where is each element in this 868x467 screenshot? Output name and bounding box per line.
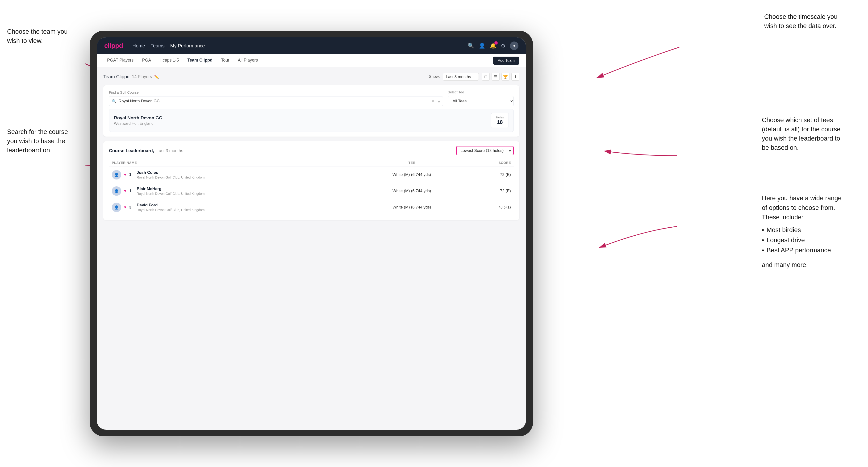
nav-my-performance[interactable]: My Performance bbox=[170, 43, 205, 49]
player-tee-1: White (M) (6,744 yds) bbox=[356, 167, 467, 183]
nav-icons: 🔍 👤 🔔 1 ⊙ ● bbox=[468, 41, 519, 50]
search-filter-row: Find a Golf Course 🔍 ✕ ★ Select Tee All … bbox=[109, 90, 514, 106]
player-heart-3[interactable]: ♥ bbox=[124, 205, 126, 210]
clear-search-icon[interactable]: ✕ bbox=[431, 99, 434, 103]
edit-team-icon[interactable]: ✏️ bbox=[154, 74, 159, 79]
add-team-button[interactable]: Add Team bbox=[493, 57, 519, 65]
player-score-3: 73 (+1) bbox=[467, 199, 514, 216]
col-tee: TEE bbox=[356, 159, 467, 167]
tee-select[interactable]: All Tees bbox=[448, 96, 514, 106]
trophy-view-button[interactable]: 🏆 bbox=[501, 73, 509, 81]
player-name-1: Josh Coles Royal North Devon Golf Club, … bbox=[137, 170, 205, 179]
search-filter-card: Find a Golf Course 🔍 ✕ ★ Select Tee All … bbox=[103, 85, 519, 136]
score-value-1: 72 (E) bbox=[500, 173, 511, 177]
leaderboard-subtitle: Last 3 months bbox=[157, 148, 183, 153]
annotation-left-search-text: Search for the course you wish to base t… bbox=[7, 128, 68, 154]
player-club-1: Royal North Devon Golf Club, United King… bbox=[137, 176, 205, 179]
list-view-button[interactable]: ☰ bbox=[492, 73, 500, 81]
avatar-button[interactable]: ● bbox=[510, 41, 519, 50]
view-icons: ⊞ ☰ 🏆 ⬇ bbox=[482, 73, 519, 81]
show-select[interactable]: Last 3 months bbox=[443, 73, 479, 81]
main-content: Team Clippd 14 Players ✏️ Show: Last 3 m… bbox=[97, 67, 526, 226]
table-row: 👤 ♥ 1 Blair McHarg Royal North Devon Gol… bbox=[109, 183, 514, 199]
star-course-icon[interactable]: ★ bbox=[437, 99, 441, 103]
person-nav-icon[interactable]: 👤 bbox=[479, 43, 485, 49]
tab-team-clippd[interactable]: Team Clippd bbox=[184, 56, 216, 65]
annotation-bullets: Most birdies Longest drive Best APP perf… bbox=[762, 225, 861, 256]
player-heart-2[interactable]: ♥ bbox=[124, 189, 126, 193]
player-cell-2: 👤 ♥ 1 Blair McHarg Royal North Devon Gol… bbox=[109, 183, 356, 199]
annotation-right-options: Here you have a wide range of options to… bbox=[762, 193, 861, 270]
player-avatar-2: 👤 bbox=[112, 186, 121, 196]
tablet-device: clippd Home Teams My Performance 🔍 👤 🔔 1… bbox=[90, 31, 533, 436]
leaderboard-tbody: 👤 ♥ 1 Josh Coles Royal North Devon Golf … bbox=[109, 167, 514, 216]
table-row: 👤 ♥ 1 Josh Coles Royal North Devon Golf … bbox=[109, 167, 514, 183]
team-header: Team Clippd 14 Players ✏️ Show: Last 3 m… bbox=[103, 73, 519, 81]
sub-nav: PGAT Players PGA Hcaps 1-5 Team Clippd T… bbox=[97, 54, 526, 67]
player-club-3: Royal North Devon Golf Club, United King… bbox=[137, 208, 205, 212]
annotation-right-timescale: Choose the timescale you wish to see the… bbox=[764, 12, 854, 31]
player-avatar-3: 👤 bbox=[112, 203, 121, 212]
tab-pga[interactable]: PGA bbox=[138, 56, 155, 65]
leaderboard-header: Course Leaderboard, Last 3 months Lowest… bbox=[109, 146, 514, 155]
player-cell-1: 👤 ♥ 1 Josh Coles Royal North Devon Golf … bbox=[109, 167, 356, 183]
player-rank-3: 3 bbox=[129, 205, 134, 210]
nav-teams[interactable]: Teams bbox=[151, 43, 165, 49]
player-tee-2: White (M) (6,744 yds) bbox=[356, 183, 467, 199]
tab-all-players[interactable]: All Players bbox=[234, 56, 261, 65]
tee-section: Select Tee All Tees bbox=[448, 90, 514, 106]
app-logo: clippd bbox=[104, 42, 123, 50]
player-score-1: 72 (E) bbox=[467, 167, 514, 183]
tab-tour[interactable]: Tour bbox=[217, 56, 233, 65]
bullet-birdies: Most birdies bbox=[762, 225, 861, 235]
search-icon: 🔍 bbox=[112, 99, 117, 103]
player-info-2: 👤 ♥ 1 Blair McHarg Royal North Devon Gol… bbox=[112, 186, 353, 196]
nav-home[interactable]: Home bbox=[132, 43, 145, 49]
tab-hcaps[interactable]: Hcaps 1-5 bbox=[156, 56, 183, 65]
course-search-wrap: 🔍 ✕ ★ bbox=[109, 96, 443, 106]
col-score: SCORE bbox=[467, 159, 514, 167]
course-search-input[interactable] bbox=[109, 96, 443, 106]
player-club-2: Royal North Devon Golf Club, United King… bbox=[137, 192, 205, 195]
leaderboard-card: Course Leaderboard, Last 3 months Lowest… bbox=[103, 141, 519, 220]
holes-box: Holes 18 bbox=[491, 113, 509, 128]
player-name-text-3: David Ford bbox=[137, 203, 205, 208]
course-search-label: Find a Golf Course bbox=[109, 90, 443, 94]
player-name-text-1: Josh Coles bbox=[137, 170, 205, 175]
player-heart-1[interactable]: ♥ bbox=[124, 173, 126, 177]
annotation-left-team: Choose the team you wish to view. bbox=[7, 27, 85, 45]
player-name-2: Blair McHarg Royal North Devon Golf Club… bbox=[137, 187, 205, 195]
avatar-icon: ● bbox=[513, 44, 516, 48]
leaderboard-title-text: Course Leaderboard, bbox=[109, 148, 154, 153]
show-row: Show: Last 3 months ⊞ ☰ 🏆 ⬇ bbox=[429, 73, 519, 81]
course-info: Royal North Devon GC Westward Ho!, Engla… bbox=[114, 115, 162, 126]
holes-label: Holes bbox=[496, 116, 504, 119]
score-value-2: 72 (E) bbox=[500, 189, 511, 193]
player-tee-3: White (M) (6,744 yds) bbox=[356, 199, 467, 216]
bullet-app: Best APP performance bbox=[762, 245, 861, 255]
bell-nav-icon[interactable]: 🔔 1 bbox=[490, 43, 496, 49]
notification-badge: 1 bbox=[494, 41, 498, 44]
leaderboard-title: Course Leaderboard, Last 3 months bbox=[109, 148, 183, 153]
annotation-left-search: Search for the course you wish to base t… bbox=[7, 127, 90, 155]
score-value-3: 73 (+1) bbox=[498, 205, 511, 210]
player-name-3: David Ford Royal North Devon Golf Club, … bbox=[137, 203, 205, 212]
bullet-drive: Longest drive bbox=[762, 235, 861, 245]
tab-pgat[interactable]: PGAT Players bbox=[103, 56, 137, 65]
player-rank-2: 1 bbox=[129, 189, 134, 193]
annotation-right-tee: Choose which set of tees (default is all… bbox=[762, 116, 861, 153]
tablet-screen: clippd Home Teams My Performance 🔍 👤 🔔 1… bbox=[97, 37, 526, 430]
grid-view-button[interactable]: ⊞ bbox=[482, 73, 490, 81]
search-nav-icon[interactable]: 🔍 bbox=[468, 43, 474, 49]
score-type-select[interactable]: Lowest Score (18 holes) bbox=[456, 146, 514, 155]
player-info-3: 👤 ♥ 3 David Ford Royal North Devon Golf … bbox=[112, 203, 353, 212]
table-row: 👤 ♥ 3 David Ford Royal North Devon Golf … bbox=[109, 199, 514, 216]
settings-nav-icon[interactable]: ⊙ bbox=[501, 43, 505, 49]
download-button[interactable]: ⬇ bbox=[512, 73, 519, 81]
show-label: Show: bbox=[429, 74, 440, 79]
player-info-1: 👤 ♥ 1 Josh Coles Royal North Devon Golf … bbox=[112, 170, 353, 180]
team-title-row: Team Clippd 14 Players ✏️ bbox=[103, 74, 159, 80]
player-score-2: 72 (E) bbox=[467, 183, 514, 199]
leaderboard-table: PLAYER NAME TEE SCORE 👤 ♥ 1 bbox=[109, 159, 514, 215]
annotation-and-more: and many more! bbox=[762, 260, 861, 270]
